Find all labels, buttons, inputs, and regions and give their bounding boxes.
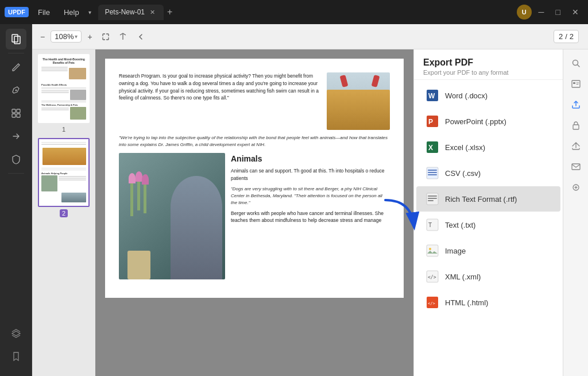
svg-text:</>: </> [428, 275, 436, 280]
thumbnail-2[interactable]: Animals Helping People 2 [37, 138, 91, 217]
minimize-button[interactable]: ─ [534, 5, 549, 19]
svg-rect-32 [573, 125, 579, 129]
page-total: 2 [570, 32, 574, 41]
maximize-button[interactable]: □ [551, 5, 565, 19]
new-tab-button[interactable]: + [164, 6, 176, 18]
sidebar-icon-convert[interactable] [6, 126, 26, 147]
export-item-rtf[interactable]: Rich Text Format (.rtf) [416, 186, 560, 212]
thumbnail-image-1: The Health and Mood-Boosting Benefits of… [38, 54, 90, 123]
export-item-pptx[interactable]: P PowerPoint (.pptx) [416, 109, 560, 134]
svg-rect-16 [428, 174, 437, 175]
top-bar: UPDF File Help ▾ Pets-New-01 ✕ + U ─ □ ✕ [0, 0, 588, 24]
export-label-txt: Text (.txt) [445, 221, 475, 229]
pdf-viewer[interactable]: Research Program. Is your goal to increa… [95, 49, 413, 376]
thumbnail-label-1: 1 [60, 125, 68, 133]
right-sidebar [563, 49, 588, 376]
svg-rect-33 [572, 164, 580, 170]
export-item-csv[interactable]: CSV (.csv) [416, 160, 560, 186]
svg-rect-31 [573, 82, 575, 84]
export-item-html[interactable]: </> HTML (.html) [416, 290, 560, 315]
toolbar: − 108% ▾ + [32, 24, 588, 49]
sidebar-icon-bookmark[interactable] [6, 346, 26, 367]
thumbnail-image-2: Animals Helping People [38, 138, 90, 207]
svg-rect-4 [17, 109, 20, 113]
zoom-out-button[interactable]: − [37, 30, 48, 44]
sidebar-icon-organize[interactable] [6, 103, 26, 124]
close-button[interactable]: ✕ [567, 5, 583, 19]
sidebar-divider-2 [8, 173, 24, 174]
sidebar-divider-1 [8, 53, 24, 53]
right-icon-share[interactable] [567, 137, 585, 155]
txt-icon: T [425, 218, 439, 232]
sidebar-icon-annotate[interactable] [6, 80, 26, 101]
tab-label: Pets-New-01 [105, 8, 145, 16]
pdf-top-section: Research Program. Is your goal to increa… [119, 72, 390, 130]
fit-page-button[interactable] [98, 30, 113, 43]
export-label-xml: XML (.xml) [445, 273, 481, 281]
animals-para-1: Animals can se and support. Th good at t… [231, 167, 390, 182]
sidebar-icon-layers[interactable] [6, 323, 26, 344]
excel-icon: X [425, 140, 439, 154]
svg-text:</>: </> [428, 301, 435, 306]
sidebar-icon-edit[interactable] [6, 57, 26, 78]
right-icon-search[interactable] [567, 54, 585, 72]
animals-heading: Animals [231, 153, 390, 165]
html-icon: </> [425, 296, 439, 309]
right-icon-lock[interactable] [567, 116, 585, 135]
cat-tulips-image [119, 153, 225, 279]
pdf-quote-1: "We're trying to tap into the subjective… [119, 135, 390, 148]
right-icon-compress[interactable] [567, 178, 585, 197]
svg-rect-1 [14, 36, 20, 44]
right-icon-export[interactable] [567, 95, 585, 114]
svg-rect-14 [428, 170, 437, 171]
export-header: Export PDF Export your PDF to any format [414, 49, 563, 80]
thumbnails-panel: The Health and Mood-Boosting Benefits of… [32, 49, 95, 376]
zoom-in-button[interactable]: + [84, 30, 95, 44]
svg-rect-5 [12, 114, 16, 117]
export-subtitle: Export your PDF to any format [423, 69, 554, 76]
export-item-xml[interactable]: </> XML (.xml) [416, 264, 560, 289]
tab-dropdown-arrow[interactable]: ▾ [88, 9, 91, 16]
prev-page-button[interactable] [115, 30, 130, 43]
updf-logo: UPDF [5, 7, 29, 17]
export-item-excel[interactable]: X Excel (.xlsx) [416, 135, 560, 160]
prev-page-button-2[interactable] [133, 30, 148, 43]
right-icon-ocr[interactable] [567, 75, 585, 93]
pdf-top-text: Research Program. Is your goal to increa… [119, 72, 321, 130]
svg-text:W: W [428, 92, 435, 100]
page-current: 2 [559, 32, 563, 41]
zoom-control[interactable]: 108% ▾ [51, 30, 82, 43]
svg-rect-0 [12, 34, 18, 42]
export-label-csv: CSV (.csv) [445, 169, 481, 178]
page-control[interactable]: 2 / 2 [554, 30, 579, 43]
tab-bar: Pets-New-01 ✕ + [98, 5, 512, 20]
zoom-dropdown-icon[interactable]: ▾ [75, 33, 78, 40]
page-separator: / [565, 32, 567, 41]
svg-point-24 [429, 248, 431, 250]
rtf-icon [425, 192, 439, 206]
menu-help[interactable]: Help [59, 6, 84, 19]
main-layout: − 108% ▾ + [0, 24, 588, 376]
export-item-image[interactable]: Image [416, 238, 560, 263]
menu-file[interactable]: File [33, 6, 55, 19]
image-icon [425, 244, 439, 258]
svg-point-2 [15, 90, 17, 91]
thumbnail-1[interactable]: The Health and Mood-Boosting Benefits of… [37, 54, 91, 133]
svg-text:P: P [428, 118, 433, 126]
window-controls: U ─ □ ✕ [517, 5, 583, 20]
xml-icon: </> [425, 270, 439, 283]
export-item-txt[interactable]: T Text (.txt) [416, 212, 560, 237]
tab-pets[interactable]: Pets-New-01 ✕ [98, 5, 164, 20]
export-panel: Export PDF Export your PDF to any format… [413, 49, 563, 376]
svg-rect-6 [17, 114, 20, 117]
pdf-quote-2: "Dogs are very struggling with to sit th… [231, 186, 390, 206]
tab-close-button[interactable]: ✕ [148, 8, 157, 17]
sidebar-icon-pages[interactable] [6, 29, 26, 49]
export-label-image: Image [445, 247, 466, 255]
export-item-word[interactable]: W Word (.docx) [416, 83, 560, 108]
dog-image [327, 72, 390, 130]
right-icon-mail[interactable] [567, 158, 585, 176]
avatar: U [517, 5, 532, 20]
sidebar-icon-protect[interactable] [6, 149, 26, 170]
pdf-para-final: Berger works with people who have cancer… [231, 210, 390, 225]
